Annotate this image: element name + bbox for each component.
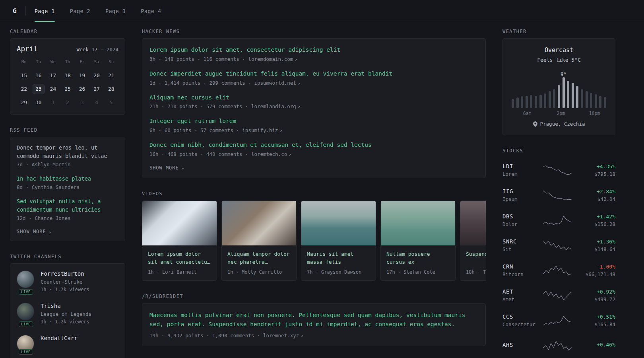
stock-name: Amet: [502, 296, 537, 302]
rss-item-meta: 8d · Cynthia Saunders: [17, 184, 118, 190]
stock-sparkline: [543, 340, 572, 351]
weather-bar: [516, 97, 519, 108]
hackernews-item-title[interactable]: Donec enim nibh, condimentum et accumsan…: [149, 141, 478, 150]
hackernews-item-domain-link[interactable]: loremlandia.org: [251, 103, 296, 109]
hackernews-item-stats: 16h · 468 points · 440 comments ·: [149, 151, 248, 157]
video-meta: 1h · Lori Barnett: [148, 269, 211, 275]
rss-item-title[interactable]: In hac habitasse platea: [17, 175, 118, 183]
stock-ticker: DBS: [502, 213, 537, 220]
stock-row: SNRC Sit +1.36% $148.64: [502, 233, 615, 258]
calendar-day: 30: [33, 97, 45, 108]
weather-hourly-chart: 9° 6am 2pm 10pm: [511, 72, 607, 116]
videos-row[interactable]: Lorem ipsum dolor sit amet consectetu… 1…: [142, 200, 486, 281]
subreddit-domain-link[interactable]: loremnet.xyz: [263, 333, 299, 339]
stock-ticker: LDI: [502, 163, 537, 169]
stock-change: +0.46%: [577, 342, 615, 348]
video-card[interactable]: Nullam posuere cursus ex 17h · Stefan Co…: [380, 200, 456, 281]
video-card[interactable]: Suspendisse diam 18h · Tara: [460, 200, 486, 281]
video-thumbnail: [301, 201, 376, 245]
video-title[interactable]: Mauris sit amet massa felis: [307, 250, 370, 266]
hackernews-item-title[interactable]: Lorem ipsum dolor sit amet, consectetur …: [149, 46, 478, 54]
stock-change: +0.92%: [577, 289, 615, 295]
hackernews-item-domain-link[interactable]: loremdomain.com: [248, 56, 293, 62]
stock-sparkline-wrap: [537, 340, 577, 351]
twitch-card: LIVE ForrestBurton Counter-Strike 1h · 1…: [10, 263, 125, 358]
hackernews-item-domain-link[interactable]: ipsumworld.net: [254, 80, 296, 86]
stock-price: $42.04: [577, 196, 615, 202]
stocks-widget: STOCKS LDI Lorem +4.35% $795.1: [502, 148, 615, 358]
video-card[interactable]: Mauris sit amet massa felis 7h · Grayson…: [301, 200, 376, 281]
stock-values: +0.92% $499.72: [577, 289, 615, 302]
calendar-day: 21: [105, 70, 117, 81]
hackernews-item-title[interactable]: Aliquam nec cursus elit: [149, 93, 478, 102]
stock-values: +0.46%: [577, 342, 615, 349]
subreddit-widget: /R/SUBREDDIT Maecenas mollis pulvinar er…: [142, 294, 486, 346]
video-title[interactable]: Suspendisse diam: [466, 250, 486, 266]
rss-widget: RSS FEED Donec tempor eros leo, ut commo…: [10, 127, 125, 241]
rss-item-title[interactable]: Sed volutpat nulla nisl, a condimentum n…: [17, 197, 118, 214]
video-title[interactable]: Nullam posuere cursus ex: [386, 250, 450, 266]
calendar-day: 24: [47, 84, 59, 94]
subreddit-post-meta: 19h · 9,932 points · 1,090 comments · lo…: [149, 333, 478, 339]
left-column: CALENDAR April Week 17 · 2024 MoTuWeThFr…: [10, 29, 125, 358]
twitch-channel-row[interactable]: LIVE KendallCarr: [10, 330, 125, 358]
hackernews-item-meta: 1d · 1,414 points · 299 comments · ipsum…: [149, 80, 478, 86]
page-tab[interactable]: Page 4: [141, 0, 161, 22]
stock-ticker: AET: [502, 288, 537, 295]
video-title[interactable]: Lorem ipsum dolor sit amet consectetu…: [148, 250, 211, 266]
subreddit-post-title[interactable]: Maecenas mollis pulvinar erat non posuer…: [149, 311, 478, 329]
twitch-channel-name: ForrestBurton: [41, 270, 89, 277]
twitch-channel-row[interactable]: LIVE Trisha League of Legends 3h · 1.2k …: [10, 298, 125, 330]
hackernews-item-meta: 16h · 468 points · 440 comments · loremt…: [149, 151, 478, 157]
video-meta: 1h · Molly Carrillo: [227, 269, 291, 275]
weather-bar: [581, 89, 583, 108]
video-title[interactable]: Aliquam tempor dolor nec pharetra…: [227, 250, 291, 266]
hackernews-item-title[interactable]: Donec imperdiet augue tincidunt felis al…: [149, 70, 478, 78]
stock-ticker: SNRC: [502, 238, 537, 245]
hackernews-item: Integer eget rutrum lorem 6h · 60 points…: [149, 117, 478, 133]
hackernews-item-meta: 6h · 60 points · 57 comments · ipsumify.…: [149, 127, 478, 133]
page-tab[interactable]: Page 3: [105, 0, 126, 22]
hackernews-show-more-button[interactable]: SHOW MORE ⌄: [149, 165, 185, 171]
calendar-day: 1: [47, 97, 59, 108]
show-more-label: SHOW MORE: [17, 229, 46, 234]
stock-row: IIG Ipsum +2.84% $42.04: [502, 183, 615, 208]
calendar-day: 16: [33, 70, 45, 81]
calendar-month: April: [17, 45, 38, 53]
weather-location: Prague, Czechia: [511, 121, 607, 127]
twitch-channel-name: Trisha: [41, 303, 91, 309]
rss-item: Donec tempor eros leo, ut commodo mauris…: [17, 144, 118, 167]
stock-values: +1.42% $156.28: [577, 214, 615, 227]
right-column: WEATHER Overcast Feels like 5°C 9° 6am 2…: [502, 29, 615, 358]
stock-values: +2.84% $42.04: [577, 189, 615, 202]
stock-row: AET Amet +0.92% $499.72: [502, 283, 615, 308]
rss-item-title[interactable]: Donec tempor eros leo, ut commodo mauris…: [17, 144, 118, 160]
page-tab[interactable]: Page 2: [70, 0, 90, 22]
dashboard: CALENDAR April Week 17 · 2024 MoTuWeThFr…: [0, 22, 644, 358]
twitch-channel-row[interactable]: LIVE ForrestBurton Counter-Strike 1h · 1…: [10, 265, 125, 298]
rss-show-more-button[interactable]: SHOW MORE ⌄: [17, 229, 52, 234]
rss-list: Donec tempor eros leo, ut commodo mauris…: [17, 144, 118, 221]
videos-widget: VIDEOS Lorem ipsum dolor sit amet consec…: [142, 191, 486, 281]
video-card[interactable]: Lorem ipsum dolor sit amet consectetu… 1…: [142, 200, 217, 281]
weather-bar: [521, 96, 523, 108]
twitch-avatar-wrap: LIVE: [17, 335, 35, 352]
dot-separator: ·: [101, 47, 104, 53]
stock-name: Bitcorn: [502, 271, 537, 277]
stock-price: $156.28: [577, 221, 615, 227]
hackernews-item-title[interactable]: Integer eget rutrum lorem: [149, 117, 478, 126]
subreddit-section-title: /R/SUBREDDIT: [142, 294, 486, 299]
calendar-day-of-week: Tu: [31, 59, 46, 64]
hackernews-item-domain-link[interactable]: loremtech.co: [251, 151, 287, 157]
weather-axis-label: 10pm: [589, 111, 600, 116]
app-logo[interactable]: G: [10, 0, 25, 22]
calendar-day: 3: [76, 97, 88, 108]
video-card[interactable]: Aliquam tempor dolor nec pharetra… 1h · …: [221, 200, 297, 281]
page-tab[interactable]: Page 1: [35, 0, 55, 22]
calendar-day-of-week: We: [46, 59, 60, 64]
calendar-day-of-week: Mo: [17, 59, 31, 64]
stock-name: Ipsum: [502, 196, 537, 202]
videos-section-title: VIDEOS: [142, 191, 486, 197]
hackernews-item-domain-link[interactable]: ipsumify.biz: [242, 127, 278, 133]
header-divider: [25, 6, 26, 16]
